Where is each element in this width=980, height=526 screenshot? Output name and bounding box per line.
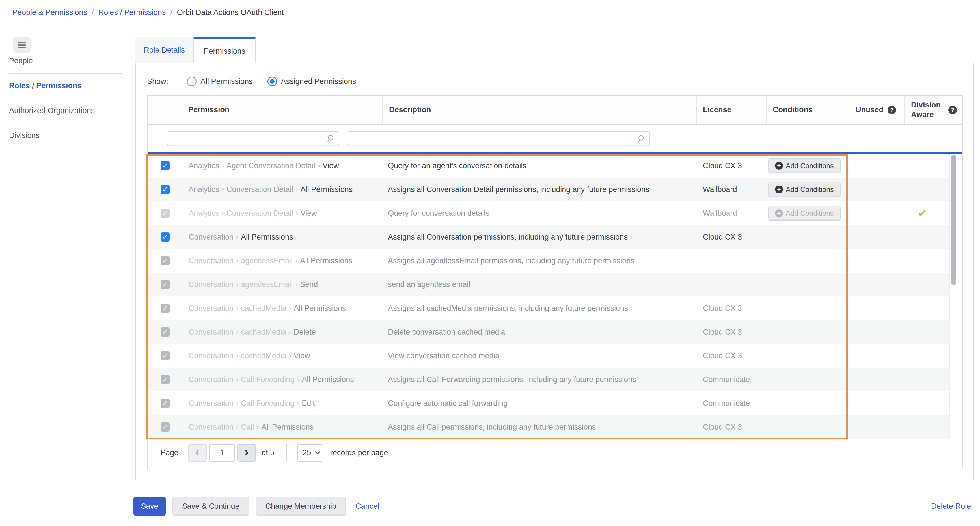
description-cell: send an agentless email <box>382 273 696 296</box>
license-cell: Cloud CX 3 <box>696 320 766 344</box>
path-separator: › <box>236 423 239 431</box>
row-select-cell: ✓ <box>148 273 181 296</box>
permission-path-segment: agentlessEmail <box>241 257 293 265</box>
license-cell: Cloud CX 3 <box>696 415 766 439</box>
description-cell: Assigns all Call permissions, including … <box>382 415 696 439</box>
add-conditions-label: Add Conditions <box>786 185 834 194</box>
description-cell: Assigns all Conversation Detail permissi… <box>382 178 696 201</box>
unused-cell <box>849 249 904 273</box>
add-conditions-button[interactable]: +Add Conditions <box>768 158 841 173</box>
show-label: Show: <box>147 77 168 86</box>
tab-role-details[interactable]: Role Details <box>135 37 193 63</box>
conditions-cell <box>766 320 849 344</box>
path-separator: › <box>236 376 239 384</box>
license-cell: Cloud CX 3 <box>696 296 766 320</box>
sidebar-item-roles-permissions[interactable]: Roles / Permissions <box>9 73 123 99</box>
unused-cell <box>849 415 904 439</box>
description-cell: Assigns all cachedMedia permissions, inc… <box>382 296 696 320</box>
header-description: Description <box>382 96 696 124</box>
change-membership-button[interactable]: Change Membership <box>256 497 346 516</box>
path-separator: › <box>297 399 299 407</box>
sidebar-item-divisions[interactable]: Divisions <box>9 123 123 148</box>
cancel-button[interactable]: Cancel <box>355 502 379 511</box>
save-and-continue-button[interactable]: Save & Continue <box>172 497 249 516</box>
header-conditions: Conditions <box>766 96 849 124</box>
path-separator: › <box>236 257 239 265</box>
page-size-select[interactable]: 25 <box>298 444 323 462</box>
path-separator: › <box>289 328 291 336</box>
permission-action: Send <box>300 280 318 289</box>
permission-path-segment: Conversation Detail <box>226 209 293 218</box>
path-separator: › <box>318 162 320 170</box>
sidebar-item-people[interactable]: People <box>9 49 123 73</box>
divider <box>286 444 287 462</box>
radio-all-permissions[interactable] <box>187 77 197 86</box>
path-separator: › <box>289 304 291 312</box>
tab-permissions[interactable]: Permissions <box>193 37 256 63</box>
description-cell: Query for conversation details <box>382 201 696 225</box>
table-body: ✓Analytics›Agent Conversation Detail›Vie… <box>148 154 963 439</box>
plus-icon: + <box>775 162 783 170</box>
table-row: ✓Conversation›agentlessEmail›Sendsend an… <box>148 273 950 296</box>
breadcrumb-people-permissions[interactable]: People & Permissions <box>13 8 87 17</box>
permission-action: All Permissions <box>261 423 314 432</box>
unused-cell <box>849 225 904 249</box>
permission-search-input[interactable] <box>167 131 339 146</box>
permission-path-segment: Conversation <box>189 280 234 289</box>
license-cell: Wallboard <box>696 201 766 225</box>
help-icon[interactable]: ? <box>948 106 957 114</box>
add-conditions-label: Add Conditions <box>786 162 834 170</box>
table-row: ✓Conversation›Call Forwarding›EditConfig… <box>148 391 950 415</box>
unused-cell <box>849 273 904 296</box>
path-separator: › <box>297 376 299 384</box>
permission-path-segment: Call Forwarding <box>241 375 294 384</box>
scrollbar-thumb[interactable] <box>951 155 956 285</box>
delete-role-button[interactable]: Delete Role <box>931 502 971 511</box>
permission-path-cell: Conversation›Call›All Permissions <box>181 415 382 439</box>
row-checkbox: ✓ <box>161 256 170 265</box>
unused-cell <box>849 201 904 225</box>
pagination: Page ‹ › of 5 25 records per page <box>148 439 963 467</box>
permission-action: Delete <box>294 328 316 336</box>
breadcrumb-current-page: Orbit Data Actions OAuth Client <box>177 8 284 17</box>
chevron-right-icon: › <box>245 445 249 459</box>
path-separator: › <box>236 281 239 289</box>
unused-cell <box>849 154 904 178</box>
permission-path-cell: Analytics›Conversation Detail›All Permis… <box>181 178 382 201</box>
permissions-panel: Show: All Permissions Assigned Permissio… <box>135 63 974 480</box>
previous-page-button[interactable]: ‹ <box>188 444 207 462</box>
row-checkbox: ✓ <box>161 399 170 408</box>
add-conditions-button[interactable]: +Add Conditions <box>768 182 841 197</box>
header-division-aware-label: Division Aware <box>911 100 944 120</box>
header-license: License <box>696 96 766 124</box>
page-number-input[interactable] <box>209 444 235 462</box>
sidebar-item-authorized-organizations[interactable]: Authorized Organizations <box>9 99 123 123</box>
breadcrumb-roles-permissions[interactable]: Roles / Permissions <box>99 8 166 17</box>
permission-path-segment: Agent Conversation Detail <box>226 161 315 170</box>
permission-action: View <box>323 161 339 170</box>
permission-path-segment: cachedMedia <box>241 352 286 360</box>
table-row: ✓Conversation›Call›All PermissionsAssign… <box>148 415 950 439</box>
row-checkbox[interactable]: ✓ <box>161 161 170 170</box>
division-aware-cell <box>904 154 950 178</box>
footer-actions: Save Save & Continue Change Membership C… <box>134 497 980 516</box>
radio-assigned-permissions-label: Assigned Permissions <box>281 77 356 86</box>
row-checkbox[interactable]: ✓ <box>161 185 170 194</box>
radio-assigned-permissions[interactable] <box>267 77 277 86</box>
conditions-cell: +Add Conditions <box>766 154 849 178</box>
license-cell: Wallboard <box>696 178 766 201</box>
save-button[interactable]: Save <box>134 497 166 516</box>
help-icon[interactable]: ? <box>888 106 896 114</box>
table-row: ✓Analytics›Agent Conversation Detail›Vie… <box>148 154 950 178</box>
permission-action: Edit <box>302 399 315 408</box>
description-search-input[interactable] <box>347 131 650 146</box>
breadcrumb: People & Permissions / Roles / Permissio… <box>0 0 980 26</box>
next-page-button[interactable]: › <box>237 444 256 462</box>
plus-icon: + <box>775 185 783 193</box>
records-per-page-label: records per page <box>330 448 388 457</box>
description-cell: Configure automatic call forwarding <box>382 391 696 415</box>
row-select-cell: ✓ <box>148 320 181 344</box>
row-checkbox[interactable]: ✓ <box>161 233 170 242</box>
chevron-down-icon <box>315 449 320 454</box>
conditions-cell <box>766 273 849 296</box>
